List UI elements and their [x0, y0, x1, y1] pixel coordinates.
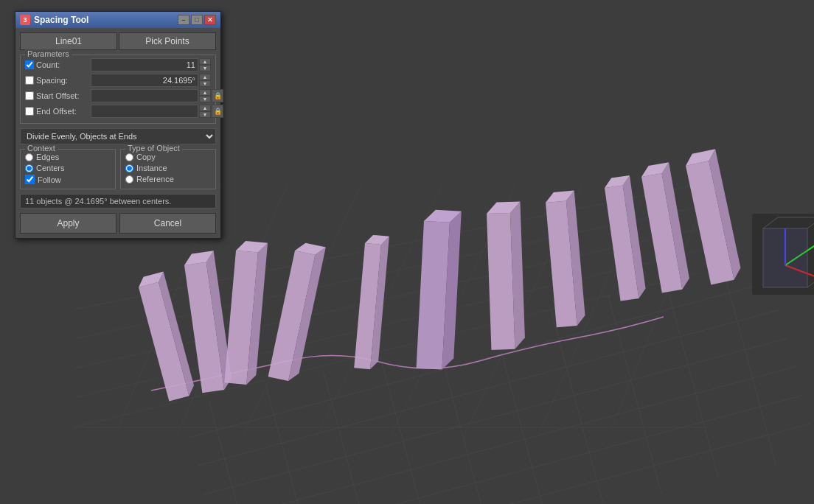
spacing-tool-dialog: 3 Spacing Tool – □ ✕ Line01 Pick Points …: [15, 11, 221, 239]
titlebar-buttons: – □ ✕: [178, 15, 216, 25]
title-icon: 3: [20, 15, 30, 25]
start-offset-lock[interactable]: 🔒: [212, 89, 223, 102]
instance-radio[interactable]: [125, 164, 133, 172]
instance-label: Instance: [136, 164, 167, 172]
status-bar: 11 objects @ 24.1695° between centers.: [20, 194, 216, 209]
dialog-titlebar: 3 Spacing Tool – □ ✕: [15, 12, 220, 28]
divide-dropdown[interactable]: Divide Evenly, Objects at Ends Divide Ev…: [20, 128, 216, 144]
follow-row: Follow: [25, 175, 111, 184]
spacing-input-group: ▲ ▼: [91, 74, 211, 87]
centers-row: Centers: [25, 164, 111, 172]
end-offset-lock[interactable]: 🔒: [212, 105, 223, 118]
spacing-down[interactable]: ▼: [199, 80, 211, 87]
end-offset-input-group: ▲ ▼ 🔒: [91, 105, 223, 118]
count-row: Count: ▲ ▼: [25, 58, 211, 71]
minimize-button[interactable]: –: [178, 15, 189, 25]
spacing-checkbox[interactable]: [25, 76, 34, 85]
action-buttons: Apply Cancel: [20, 213, 216, 234]
titlebar-left: 3 Spacing Tool: [20, 15, 88, 25]
copy-row: Copy: [125, 153, 211, 161]
context-group-label: Context: [25, 144, 58, 153]
start-offset-label: Start Offset:: [25, 91, 88, 100]
top-buttons: Line01 Pick Points: [20, 32, 216, 50]
start-offset-down[interactable]: ▼: [199, 96, 211, 102]
spacing-row: Spacing: ▲ ▼: [25, 74, 211, 87]
edges-radio[interactable]: [25, 153, 33, 161]
svg-marker-49: [487, 213, 515, 350]
status-text: 11 objects @ 24.1695° between centers.: [25, 197, 171, 206]
end-offset-label: End Offset:: [25, 107, 88, 116]
spacing-up[interactable]: ▲: [199, 74, 211, 80]
parameters-group: Parameters Count: ▲ ▼: [20, 55, 216, 124]
spacing-label: Spacing:: [25, 76, 88, 85]
count-label: Count:: [25, 60, 88, 69]
reference-radio[interactable]: [125, 175, 133, 183]
type-of-object-group: Type of Object Copy Instance Reference: [120, 149, 216, 189]
follow-checkbox[interactable]: [25, 175, 35, 184]
count-down[interactable]: ▼: [199, 65, 211, 71]
start-offset-checkbox[interactable]: [25, 91, 34, 100]
spacing-spinner: ▲ ▼: [199, 74, 211, 87]
start-offset-input[interactable]: [91, 89, 198, 102]
spacing-input[interactable]: [91, 74, 198, 87]
line01-button[interactable]: Line01: [20, 32, 117, 50]
parameters-label: Parameters: [25, 49, 72, 58]
centers-radio[interactable]: [25, 164, 33, 172]
count-up[interactable]: ▲: [199, 58, 211, 65]
copy-radio[interactable]: [125, 153, 133, 161]
start-offset-spinner: ▲ ▼: [199, 89, 211, 102]
dialog-body: Line01 Pick Points Parameters Count: ▲ ▼: [15, 28, 220, 238]
type-group-label: Type of Object: [125, 144, 182, 153]
edges-row: Edges: [25, 153, 111, 161]
instance-row: Instance: [125, 164, 211, 172]
start-offset-input-group: ▲ ▼ 🔒: [91, 89, 223, 102]
end-offset-down[interactable]: ▼: [199, 111, 211, 118]
follow-label: Follow: [38, 175, 61, 184]
svg-rect-76: [763, 228, 807, 287]
cancel-button[interactable]: Cancel: [119, 213, 216, 234]
count-checkbox[interactable]: [25, 60, 34, 69]
end-offset-input[interactable]: [91, 105, 198, 118]
copy-label: Copy: [136, 153, 156, 161]
pick-points-button[interactable]: Pick Points: [119, 32, 216, 50]
start-offset-up[interactable]: ▲: [199, 89, 211, 96]
bottom-groups: Context Edges Centers Follow Type of Obj…: [20, 149, 216, 189]
count-spinner: ▲ ▼: [199, 58, 211, 71]
reference-row: Reference: [125, 175, 211, 183]
end-offset-spinner: ▲ ▼: [199, 105, 211, 118]
end-offset-up[interactable]: ▲: [199, 105, 211, 111]
close-button[interactable]: ✕: [204, 15, 216, 25]
maximize-button[interactable]: □: [191, 15, 203, 25]
dialog-title: Spacing Tool: [34, 15, 88, 25]
reference-label: Reference: [136, 175, 174, 183]
count-input[interactable]: [91, 58, 198, 71]
end-offset-checkbox[interactable]: [25, 107, 34, 116]
apply-button[interactable]: Apply: [20, 213, 116, 234]
end-offset-row: End Offset: ▲ ▼ 🔒: [25, 105, 211, 118]
divide-dropdown-container: Divide Evenly, Objects at Ends Divide Ev…: [20, 128, 216, 144]
centers-radio-label: Centers: [36, 164, 65, 172]
edges-radio-label: Edges: [36, 153, 59, 161]
context-group: Context Edges Centers Follow: [20, 149, 116, 189]
start-offset-row: Start Offset: ▲ ▼ 🔒: [25, 89, 211, 102]
count-input-group: ▲ ▼: [91, 58, 211, 71]
